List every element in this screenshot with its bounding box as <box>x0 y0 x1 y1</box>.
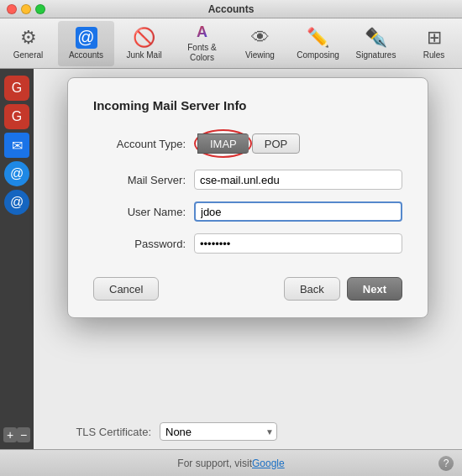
statusbar-text: For support, visit <box>177 458 252 469</box>
password-label: Password: <box>93 238 186 250</box>
accounts-icon: @ <box>76 27 97 49</box>
toolbar-junk-mail[interactable]: 🚫 Junk Mail <box>116 21 172 66</box>
user-name-row: User Name: <box>93 201 402 222</box>
composing-icon: ✏️ <box>307 27 329 49</box>
sidebar-account-3[interactable]: ✉ <box>4 133 29 158</box>
general-icon: ⚙ <box>20 27 37 49</box>
toolbar-rules-label: Rules <box>423 50 445 60</box>
user-name-input[interactable] <box>194 201 402 222</box>
toolbar-accounts[interactable]: @ Accounts <box>58 21 114 66</box>
toolbar-rules[interactable]: ⊞ Rules <box>406 21 462 66</box>
password-field <box>194 233 402 254</box>
toolbar-fonts-label: Fonts & Colors <box>176 43 228 63</box>
toolbar-signatures[interactable]: ✒️ Signatures <box>348 21 404 66</box>
titlebar: Accounts <box>0 0 462 18</box>
maximize-button[interactable] <box>35 4 45 14</box>
modal-overlay: Incoming Mail Server Info Account Type: … <box>34 69 462 449</box>
junk-mail-icon: 🚫 <box>133 27 155 49</box>
next-button[interactable]: Next <box>347 277 402 301</box>
main-area: G G ✉ @ @ + − Incoming Mail Server Info … <box>0 69 462 449</box>
sidebar-account-4[interactable]: @ <box>4 161 29 186</box>
add-account-button[interactable]: + <box>3 427 17 442</box>
toolbar-composing[interactable]: ✏️ Composing <box>290 21 346 66</box>
toolbar-composing-label: Composing <box>297 50 339 60</box>
statusbar: For support, visit Google ? <box>0 449 462 476</box>
window-title: Accounts <box>208 3 255 15</box>
pop-button[interactable]: POP <box>252 133 300 154</box>
sidebar-account-1[interactable]: G <box>4 76 29 101</box>
signatures-icon: ✒️ <box>365 27 387 49</box>
cancel-button[interactable]: Cancel <box>93 277 159 301</box>
mail-server-field <box>194 170 402 190</box>
account-type-row: Account Type: IMAP POP <box>93 129 402 158</box>
account-type-field: IMAP POP <box>194 129 402 158</box>
statusbar-link[interactable]: Google <box>252 458 285 469</box>
window-controls <box>7 4 45 14</box>
minimize-button[interactable] <box>21 4 31 14</box>
back-button[interactable]: Back <box>284 277 340 301</box>
password-row: Password: <box>93 233 402 254</box>
modal-title: Incoming Mail Server Info <box>93 98 402 112</box>
imap-circle: IMAP <box>194 129 252 158</box>
account-type-label: Account Type: <box>93 138 186 150</box>
remove-account-button[interactable]: − <box>17 427 30 442</box>
toolbar-fonts-colors[interactable]: A Fonts & Colors <box>174 21 230 66</box>
toolbar-junk-label: Junk Mail <box>126 50 161 60</box>
user-name-field <box>194 201 402 222</box>
sidebar-account-5[interactable]: @ <box>4 190 29 215</box>
right-buttons: Back Next <box>284 277 402 301</box>
sidebar-account-2[interactable]: G <box>4 104 29 129</box>
imap-button[interactable]: IMAP <box>197 133 249 154</box>
toolbar-accounts-label: Accounts <box>69 50 103 60</box>
toolbar-general-label: General <box>13 50 44 60</box>
help-button[interactable]: ? <box>438 456 454 471</box>
rules-icon: ⊞ <box>427 27 442 49</box>
modal-buttons: Cancel Back Next <box>93 277 402 301</box>
sidebar: G G ✉ @ @ + − <box>0 69 34 449</box>
mail-server-label: Mail Server: <box>93 174 186 186</box>
toolbar-signatures-label: Signatures <box>356 50 396 60</box>
close-button[interactable] <box>7 4 17 14</box>
mail-server-row: Mail Server: <box>93 170 402 190</box>
content-area: Incoming Mail Server Info Account Type: … <box>34 69 462 449</box>
toolbar-viewing[interactable]: 👁 Viewing <box>232 21 288 66</box>
fonts-colors-icon: A <box>197 24 207 41</box>
modal-dialog: Incoming Mail Server Info Account Type: … <box>67 77 428 318</box>
mail-server-input[interactable] <box>194 170 402 190</box>
toolbar: ⚙ General @ Accounts 🚫 Junk Mail A Fonts… <box>0 18 462 69</box>
user-name-label: User Name: <box>93 206 186 218</box>
password-input[interactable] <box>194 233 402 254</box>
viewing-icon: 👁 <box>251 27 270 49</box>
toolbar-general[interactable]: ⚙ General <box>0 21 56 66</box>
toolbar-viewing-label: Viewing <box>245 50 275 60</box>
sidebar-actions: + − <box>0 421 34 449</box>
